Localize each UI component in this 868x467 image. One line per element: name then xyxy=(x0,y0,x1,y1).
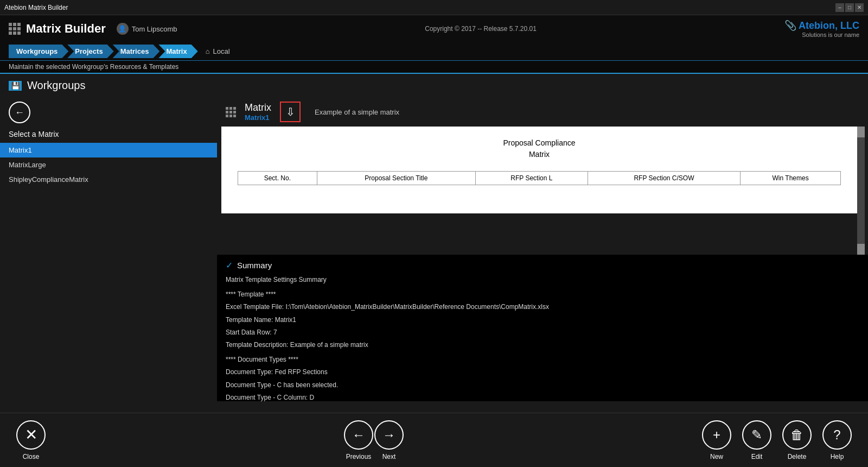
document-types-header: **** Document Types **** xyxy=(226,355,857,365)
download-button[interactable]: ⇩ xyxy=(280,102,301,122)
matrix-name-block: Matrix Matrix1 xyxy=(245,102,271,122)
matrix-item-matrixlarge[interactable]: MatrixLarge xyxy=(0,157,217,172)
maximize-button[interactable]: □ xyxy=(845,3,854,12)
breadcrumb-workgroups[interactable]: Workgroups xyxy=(9,45,68,58)
user-icon: 👤 xyxy=(117,23,129,35)
next-label: Next xyxy=(382,453,396,460)
doc-type-2: Document Type - C has been selected. xyxy=(226,380,857,390)
preview-table: Sect. No. Proposal Section Title RFP Sec… xyxy=(238,171,841,185)
brand-name: 📎 Atebion, LLC xyxy=(784,20,859,31)
brand-tagline: Solutions is our name xyxy=(784,31,859,38)
title-bar: Atebion Matrix Builder – □ ✕ xyxy=(0,0,868,15)
template-header: **** Template **** xyxy=(226,289,857,300)
previous-toolbar-item: ← Previous xyxy=(344,420,373,460)
new-toolbar-item: + New xyxy=(702,420,731,460)
user-info: 👤 Tom Lipscomb xyxy=(117,23,177,35)
previous-button[interactable]: ← xyxy=(344,420,373,450)
minimize-button[interactable]: – xyxy=(835,3,844,12)
matrix-title: Matrix xyxy=(245,102,271,113)
delete-toolbar-item: 🗑 Delete xyxy=(782,420,812,460)
th-sect-no: Sect. No. xyxy=(238,172,317,185)
preview-container: Proposal Compliance Matrix Sect. No. Pro… xyxy=(217,127,868,255)
edit-button[interactable]: ✎ xyxy=(742,420,771,450)
check-icon: ✓ xyxy=(226,260,233,270)
breadcrumb-home: ⌂ Local xyxy=(197,47,230,55)
new-button[interactable]: + xyxy=(702,420,731,450)
matrix-subtitle: Matrix1 xyxy=(245,113,271,122)
apps-grid-icon xyxy=(9,23,21,35)
breadcrumb-nav: Workgroups Projects Matrices Matrix ⌂ Lo… xyxy=(0,42,868,60)
matrix-header: Matrix Matrix1 ⇩ Example of a simple mat… xyxy=(217,97,868,127)
help-toolbar-item: ? Help xyxy=(822,420,852,460)
preview-scrollbar[interactable] xyxy=(857,127,865,255)
bottom-toolbar: ✕ Close ← Previous → Next + New ✎ Edit 🗑 xyxy=(0,413,868,467)
atebion-logo: 📎 Atebion, LLC Solutions is our name xyxy=(784,20,859,38)
template-name: Template Name: Matrix1 xyxy=(226,315,857,325)
preview-title: Proposal Compliance Matrix xyxy=(238,137,841,160)
header: Matrix Builder 👤 Tom Lipscomb Copyright … xyxy=(0,15,868,74)
window-close-button[interactable]: ✕ xyxy=(855,3,864,12)
close-toolbar-item: ✕ Close xyxy=(16,420,46,460)
matrix-list: Matrix1 MatrixLarge ShipleyComplianceMat… xyxy=(0,143,217,187)
summary-panel: ✓ Summary Matrix Template Settings Summa… xyxy=(217,255,868,401)
help-label: Help xyxy=(831,453,844,460)
delete-button[interactable]: 🗑 xyxy=(782,420,812,450)
help-button[interactable]: ? xyxy=(822,420,852,450)
close-label: Close xyxy=(23,453,40,460)
prev-next-group: ← Previous → Next xyxy=(344,420,404,460)
matrix-grid-icon xyxy=(226,107,236,117)
section-header: 💾 Workgroups xyxy=(0,74,868,97)
app-title: Matrix Builder xyxy=(26,22,106,36)
matrix-item-shipleycompliance[interactable]: ShipleyComplianceMatrix xyxy=(0,172,217,187)
previous-label: Previous xyxy=(346,453,372,460)
main-content: ← Select a Matrix Matrix1 MatrixLarge Sh… xyxy=(0,97,868,401)
edit-toolbar-item: ✎ Edit xyxy=(742,420,771,460)
template-file: Excel Template File: I:\Tom\Atebion\Ateb… xyxy=(226,302,857,312)
download-icon: ⇩ xyxy=(286,105,295,118)
edit-label: Edit xyxy=(751,453,763,460)
th-rfp-l: RFP Section L xyxy=(475,172,588,185)
th-proposal-title: Proposal Section Title xyxy=(317,172,475,185)
table-header-row: Sect. No. Proposal Section Title RFP Sec… xyxy=(238,172,841,185)
template-description: Template Description: Example of a simpl… xyxy=(226,340,857,350)
delete-label: Delete xyxy=(788,453,807,460)
sidebar: ← Select a Matrix Matrix1 MatrixLarge Sh… xyxy=(0,97,217,401)
home-icon: ⌂ xyxy=(206,47,210,55)
title-bar-left: Atebion Matrix Builder xyxy=(4,4,68,11)
user-name: Tom Lipscomb xyxy=(132,25,177,33)
action-buttons-group: + New ✎ Edit 🗑 Delete ? Help xyxy=(702,420,852,460)
section-title: Workgroups xyxy=(27,79,85,92)
breadcrumb-projects[interactable]: Projects xyxy=(67,45,113,58)
back-button[interactable]: ← xyxy=(9,102,30,123)
preview-scroll-thumb-bottom xyxy=(857,244,865,255)
select-matrix-label: Select a Matrix xyxy=(0,128,217,143)
app-logo: Matrix Builder xyxy=(9,22,106,36)
doc-type-1: Document Type: Fed RFP Sections xyxy=(226,367,857,377)
new-label: New xyxy=(710,453,723,460)
content-panel: Matrix Matrix1 ⇩ Example of a simple mat… xyxy=(217,97,868,401)
th-rfp-csow: RFP Section C/SOW xyxy=(588,172,740,185)
close-button[interactable]: ✕ xyxy=(16,420,46,450)
summary-subtitle: Matrix Template Settings Summary xyxy=(226,275,857,285)
doc-type-3: Document Type - C Column: D xyxy=(226,393,857,401)
header-top: Matrix Builder 👤 Tom Lipscomb Copyright … xyxy=(0,15,868,42)
th-win-themes: Win Themes xyxy=(741,172,841,185)
title-bar-app-name: Atebion Matrix Builder xyxy=(4,4,68,11)
subtitle-text: Maintain the selected Workgroup's Resour… xyxy=(9,63,178,71)
matrix-item-matrix1[interactable]: Matrix1 xyxy=(0,143,217,157)
copyright-text: Copyright © 2017 -- Release 5.7.20.01 xyxy=(188,25,774,33)
workgroups-section-icon: 💾 xyxy=(9,81,22,91)
subtitle-bar: Maintain the selected Workgroup's Resour… xyxy=(0,60,868,74)
next-button[interactable]: → xyxy=(374,420,404,450)
title-bar-controls[interactable]: – □ ✕ xyxy=(835,3,864,12)
breadcrumb-matrices[interactable]: Matrices xyxy=(113,45,160,58)
start-data-row: Start Data Row: 7 xyxy=(226,327,857,338)
home-label: Local xyxy=(213,47,230,55)
preview-scroll-thumb xyxy=(857,127,865,137)
preview-area: Proposal Compliance Matrix Sect. No. Pro… xyxy=(221,127,857,213)
preview-content: Proposal Compliance Matrix Sect. No. Pro… xyxy=(221,127,857,196)
breadcrumb-matrix[interactable]: Matrix xyxy=(158,45,197,58)
summary-section-title: Summary xyxy=(237,261,272,270)
next-toolbar-item: → Next xyxy=(374,420,404,460)
summary-header: ✓ Summary xyxy=(226,260,857,270)
